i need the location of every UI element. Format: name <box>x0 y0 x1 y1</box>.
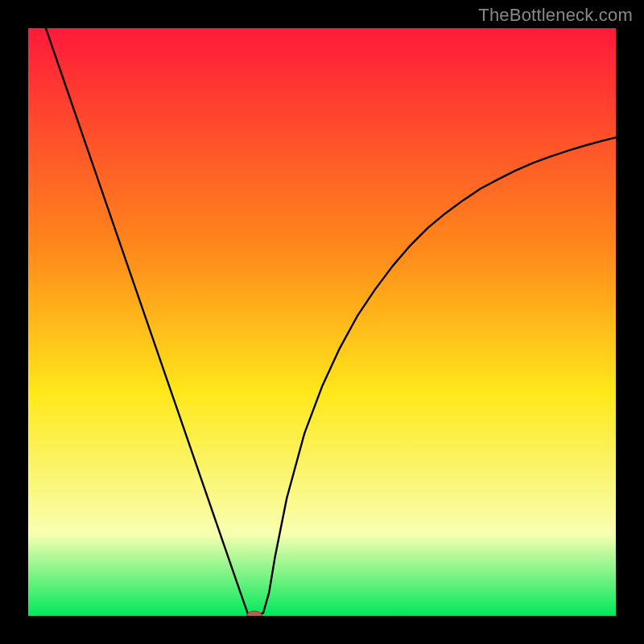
watermark-text: TheBottleneck.com <box>478 5 633 26</box>
gradient-background <box>28 28 616 616</box>
chart-frame: TheBottleneck.com <box>0 0 644 644</box>
chart-svg <box>28 28 616 616</box>
plot-area <box>28 28 616 616</box>
